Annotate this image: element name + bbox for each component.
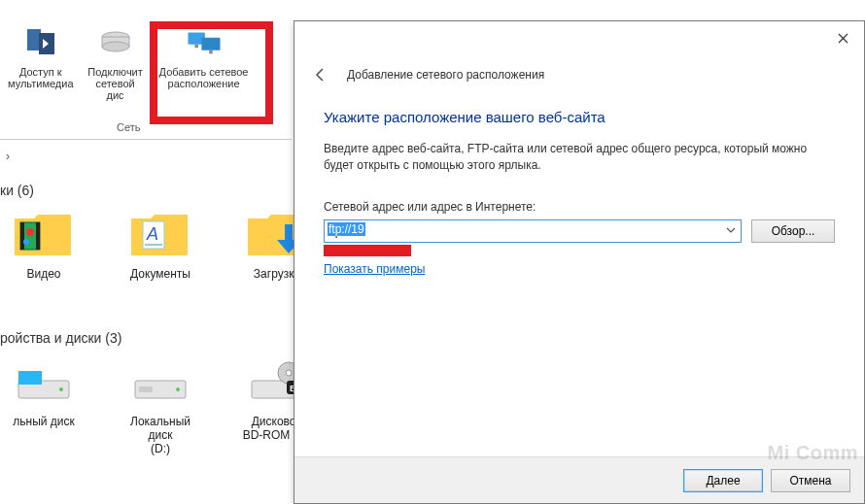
address-label: Сетевой адрес или адрес в Интернете:: [324, 200, 835, 214]
highlight-box: [150, 21, 273, 124]
svg-point-23: [176, 387, 180, 391]
item-label: Локальный диск: [117, 415, 204, 442]
svg-point-5: [102, 42, 129, 51]
ribbon-section-label: Сеть: [117, 121, 140, 133]
browse-button[interactable]: Обзор...: [751, 219, 835, 243]
cancel-button[interactable]: Отмена: [771, 469, 850, 492]
svg-point-13: [26, 228, 34, 236]
svg-rect-17: [145, 244, 162, 246]
item-label: (D:): [151, 442, 170, 455]
ribbon-label: мультимедиа: [8, 78, 74, 89]
redaction-bar: [324, 245, 411, 256]
ribbon-label: сетевой дис: [89, 78, 142, 101]
back-button[interactable]: [308, 62, 333, 87]
hdd-icon: [13, 354, 75, 409]
address-combobox[interactable]: ftp://19: [324, 219, 742, 243]
wizard-heading: Укажите расположение вашего веб-сайта: [324, 109, 835, 125]
section-header-folders[interactable]: ки (6): [0, 183, 34, 198]
next-button[interactable]: Далее: [683, 469, 763, 492]
address-input[interactable]: [324, 219, 742, 243]
svg-point-21: [59, 387, 63, 391]
item-label: льный диск: [13, 415, 75, 428]
hdd-icon: [129, 354, 191, 409]
show-examples-link[interactable]: Показать примеры: [324, 262, 425, 276]
close-button[interactable]: [821, 23, 864, 52]
svg-rect-20: [18, 365, 42, 371]
drive-item-system[interactable]: льный диск: [0, 354, 87, 455]
item-label: Видео: [26, 267, 60, 281]
wizard-description: Введите адрес веб-сайта, FTP-сайта или с…: [324, 141, 835, 175]
divider: [0, 139, 292, 140]
svg-rect-12: [36, 222, 40, 250]
video-folder-icon: [13, 207, 75, 261]
chevron-down-icon[interactable]: [724, 223, 738, 237]
add-network-location-wizard: Добавление сетевого расположения Укажите…: [294, 20, 865, 504]
svg-rect-0: [27, 29, 41, 50]
drive-item-d[interactable]: Локальный диск (D:): [117, 354, 204, 455]
folder-item-documents[interactable]: A Документы: [117, 207, 204, 281]
drive-icon: [96, 23, 135, 62]
wizard-title: Добавление сетевого расположения: [347, 68, 544, 82]
svg-point-27: [286, 370, 292, 376]
svg-rect-24: [139, 386, 153, 392]
ribbon-label: Доступ к: [19, 66, 62, 78]
wizard-titlebar: [294, 21, 864, 54]
multimedia-icon: [21, 23, 60, 62]
ribbon-label: Подключит: [87, 66, 142, 78]
svg-rect-11: [20, 222, 24, 250]
ribbon-multimedia[interactable]: Доступ к мультимедиа: [0, 19, 82, 93]
ribbon-map-drive[interactable]: Подключит сетевой дис: [82, 19, 150, 105]
documents-folder-icon: A: [129, 207, 191, 261]
folder-item-video[interactable]: Видео: [0, 207, 87, 281]
wizard-footer: Далее Отмена: [294, 456, 864, 503]
breadcrumb-separator[interactable]: ›: [0, 146, 16, 167]
svg-point-14: [23, 239, 29, 245]
item-label: Документы: [130, 267, 190, 281]
section-header-drives[interactable]: ройства и диски (3): [0, 330, 121, 346]
svg-text:A: A: [146, 224, 158, 244]
